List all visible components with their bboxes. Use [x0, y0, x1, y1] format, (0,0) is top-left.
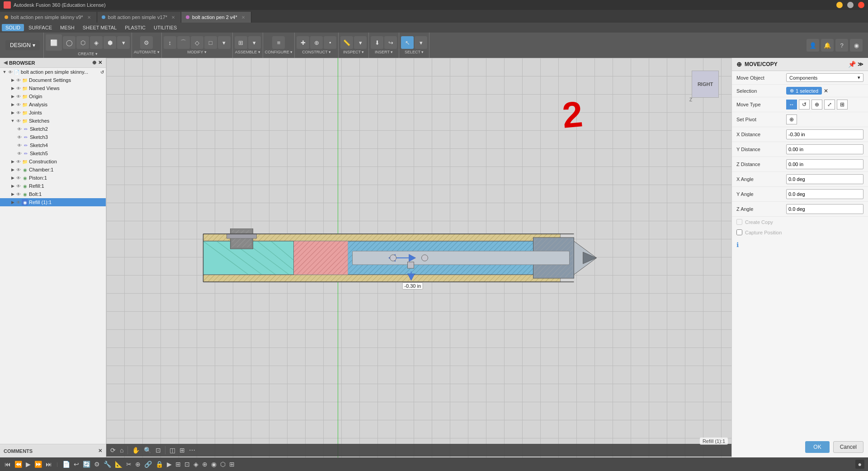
comments-bar[interactable]: COMMENTS ✕ — [0, 444, 106, 457]
window-controls[interactable]: — □ ✕ — [836, 2, 864, 8]
tree-root-eye[interactable]: 👁 — [8, 70, 13, 75]
menu-plastic[interactable]: PLASTIC — [121, 24, 149, 31]
configure-btn[interactable]: ≡ — [272, 36, 285, 49]
bottom-icon-6[interactable]: 📐 — [114, 461, 123, 468]
tab-3[interactable]: bolt action pen 2 v4* ✕ — [181, 12, 251, 23]
tree-refill1-eye[interactable]: 👁 — [16, 200, 21, 205]
tree-sketches-eye[interactable]: 👁 — [16, 119, 21, 124]
tree-sketch2[interactable]: 👁 ✏ Sketch2 — [0, 125, 106, 133]
create-loft[interactable]: ◈ — [90, 36, 103, 49]
z-distance-input[interactable] — [786, 159, 863, 169]
select-more[interactable]: ▾ — [415, 36, 427, 49]
y-distance-input[interactable] — [786, 144, 863, 154]
vb-pan[interactable]: ✋ — [131, 446, 141, 455]
tree-origin-eye[interactable]: 👁 — [16, 94, 21, 99]
insert-derive[interactable]: ↪ — [384, 36, 397, 49]
create-revolve[interactable]: ◯ — [63, 36, 75, 49]
vb-zoom-fit[interactable]: ⊡ — [154, 446, 162, 455]
tree-refill1[interactable]: ▶ 👁 ◉ Refill (1):1 — [0, 198, 106, 206]
tree-sketches[interactable]: ▼ 👁 📁 Sketches — [0, 117, 106, 125]
bottom-play-prev[interactable]: ⏪ — [14, 461, 23, 468]
x-distance-input[interactable] — [786, 129, 863, 139]
bottom-icon-18[interactable]: ⊞ — [228, 461, 236, 468]
ok-button[interactable]: OK — [805, 441, 829, 453]
panel-expand[interactable]: ≫ — [858, 61, 863, 67]
toolbar-help-icon[interactable]: ? — [835, 39, 848, 52]
browser-close[interactable]: ✕ — [98, 60, 102, 66]
toolbar-user-icon[interactable]: 👤 — [807, 39, 819, 52]
tree-joints[interactable]: ▶ 👁 📁 Joints — [0, 109, 106, 117]
construct-point[interactable]: • — [324, 36, 336, 49]
menu-solid[interactable]: SOLID — [2, 24, 24, 31]
selection-clear[interactable]: ✕ — [824, 88, 828, 94]
menu-sheet-metal[interactable]: SHEET METAL — [79, 24, 120, 31]
minimize-button[interactable]: — — [836, 2, 843, 8]
bottom-icon-16[interactable]: ◉ — [210, 461, 217, 468]
modify-chamfer[interactable]: ◇ — [191, 36, 203, 49]
bottom-icon-4[interactable]: ⚙ — [93, 461, 101, 468]
move-type-along[interactable]: ⤢ — [824, 100, 835, 109]
tree-sketch3[interactable]: 👁 ✏ Sketch3 — [0, 133, 106, 141]
automate-btn[interactable]: ⚙ — [140, 36, 153, 49]
vb-grid[interactable]: ⊞ — [178, 446, 186, 455]
vb-more[interactable]: ⋯ — [188, 446, 197, 455]
vb-display-mode[interactable]: ◫ — [168, 446, 177, 455]
vb-zoom[interactable]: 🔍 — [142, 446, 153, 455]
tree-chamber[interactable]: ▶ 👁 ◉ Chamber:1 — [0, 166, 106, 174]
move-object-dropdown[interactable]: Components ▾ — [786, 73, 863, 82]
move-type-face[interactable]: ⊞ — [837, 100, 848, 109]
design-dropdown[interactable]: DESIGN ▾ — [5, 40, 40, 50]
bottom-icon-7[interactable]: ✂ — [125, 461, 132, 468]
tree-sk4-eye[interactable]: 👁 — [17, 143, 22, 148]
bottom-icon-12[interactable]: ⊞ — [175, 461, 182, 468]
tree-bolt[interactable]: ▶ 👁 ◉ Bolt:1 — [0, 190, 106, 198]
create-more[interactable]: ▾ — [117, 36, 130, 49]
bottom-play-next[interactable]: ⏩ — [33, 461, 43, 468]
browser-action-btn[interactable]: ⊕ — [92, 60, 96, 66]
menu-utilities[interactable]: UTILITIES — [150, 24, 180, 31]
insert-btn[interactable]: ⬇ — [371, 36, 383, 49]
panel-pin[interactable]: 📌 — [848, 61, 856, 68]
modify-more[interactable]: ▾ — [218, 36, 231, 49]
bottom-icon-10[interactable]: 🔒 — [155, 461, 164, 468]
tree-doc-settings[interactable]: ▶ 👁 📁 Document Settings — [0, 76, 106, 84]
tab-3-close[interactable]: ✕ — [240, 14, 246, 20]
tree-sk5-eye[interactable]: 👁 — [17, 151, 22, 156]
tree-const-eye[interactable]: 👁 — [16, 159, 21, 164]
construct-axis[interactable]: ⊕ — [310, 36, 323, 49]
tree-sk2-eye[interactable]: 👁 — [17, 127, 22, 132]
modify-press-pull[interactable]: ↕ — [164, 36, 176, 49]
create-sweep[interactable]: ⬡ — [76, 36, 89, 49]
tree-joints-eye[interactable]: 👁 — [16, 110, 21, 115]
tree-root-refresh[interactable]: ↺ — [100, 70, 104, 75]
tree-sk3-eye[interactable]: 👁 — [17, 135, 22, 140]
z-angle-input[interactable] — [786, 204, 863, 214]
tab-2[interactable]: bolt action pen simple v17* ✕ — [97, 12, 181, 23]
bottom-play-end[interactable]: ⏭ — [45, 461, 53, 468]
toolbar-account-icon[interactable]: ◉ — [850, 39, 863, 52]
bottom-icon-9[interactable]: 🔗 — [143, 461, 153, 468]
tree-doc-eye[interactable]: 👁 — [16, 78, 21, 83]
assemble-more[interactable]: ▾ — [248, 36, 261, 49]
tree-sketch4[interactable]: 👁 ✏ Sketch4 — [0, 141, 106, 149]
bottom-render-icon[interactable]: ● — [855, 460, 864, 469]
bottom-play-start[interactable]: ⏮ — [4, 461, 12, 468]
viewport-canvas[interactable]: -0.30 in RIGHT Z 2 — [106, 58, 731, 457]
tab-1[interactable]: bolt action pen simple skinny v9* ✕ — [0, 12, 97, 23]
bottom-icon-5[interactable]: 🔧 — [103, 461, 112, 468]
tree-analysis[interactable]: ▶ 👁 📁 Analysis — [0, 100, 106, 109]
tab-1-close[interactable]: ✕ — [86, 14, 92, 20]
menu-mesh[interactable]: MESH — [57, 24, 78, 31]
tree-named-views[interactable]: ▶ 👁 📁 Named Views — [0, 84, 106, 92]
nav-cube-right-face[interactable]: RIGHT — [692, 71, 719, 98]
move-type-translate[interactable]: ↔ — [786, 100, 797, 109]
assemble-joint[interactable]: ⊞ — [235, 36, 247, 49]
tree-refill-eye[interactable]: 👁 — [16, 184, 21, 189]
tree-refill[interactable]: ▶ 👁 ◉ Refill:1 — [0, 182, 106, 190]
bottom-icon-17[interactable]: ⬡ — [219, 461, 226, 468]
construct-plane[interactable]: ✚ — [297, 36, 309, 49]
bottom-icon-14[interactable]: ◈ — [193, 461, 199, 468]
move-type-rotate[interactable]: ↺ — [799, 100, 810, 109]
viewport[interactable]: -0.30 in RIGHT Z 2 — [106, 58, 731, 457]
bottom-icon-11[interactable]: ▶ — [166, 461, 173, 468]
